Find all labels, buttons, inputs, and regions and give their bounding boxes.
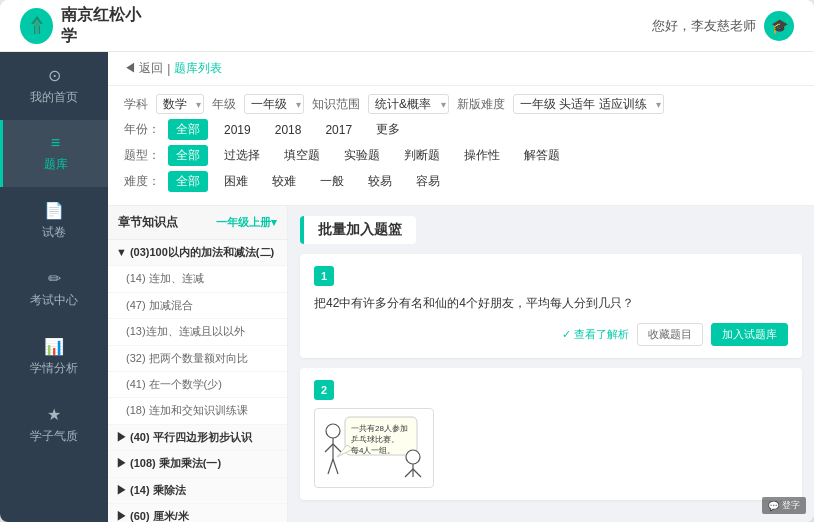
source-label: 题型： <box>124 147 160 164</box>
subject-select[interactable]: 数学 <box>156 94 204 114</box>
sidebar-item-papers[interactable]: 📄 试卷 <box>0 187 108 255</box>
svg-text:一共有28人参加: 一共有28人参加 <box>351 424 408 433</box>
sidebar-label-exam: 考试中心 <box>30 292 78 309</box>
diff-tag-5[interactable]: 容易 <box>408 171 448 192</box>
source-tag-all[interactable]: 全部 <box>168 145 208 166</box>
breadcrumb-sep: | <box>167 62 170 76</box>
subject-label: 学科 <box>124 96 148 113</box>
panel-title: 批量加入题篮 <box>300 216 416 244</box>
diff-tag-1[interactable]: 困难 <box>216 171 256 192</box>
expand-answer-btn[interactable]: ✓ 查看了解析 <box>562 327 629 342</box>
question-card-1: 1 把42中有许多分有名和仙的4个好朋友，平均每人分到几只？ ✓ 查看了解析 收… <box>300 254 802 358</box>
wechat-badge: 💬 登字 <box>762 497 806 514</box>
question-actions-1: ✓ 查看了解析 收藏题目 加入试题库 <box>314 323 788 346</box>
svg-line-16 <box>413 469 421 477</box>
sidebar-label-home: 我的首页 <box>30 89 78 106</box>
main-layout: ⊙ 我的首页 ≡ 题库 📄 试卷 ✏ 考试中心 📊 学情分析 ★ 学子气质 <box>0 52 814 522</box>
year-tag-2017[interactable]: 2017 <box>317 121 360 139</box>
svg-point-2 <box>326 424 340 438</box>
source-tag-1[interactable]: 过选择 <box>216 145 268 166</box>
year-tag-more[interactable]: 更多 <box>368 119 408 140</box>
left-panel: 章节知识点 一年级上册▾ ▼ (03)100以内的加法和减法(二) (14) 连… <box>108 206 288 522</box>
wechat-label: 登字 <box>782 499 800 512</box>
source-tag-2[interactable]: 填空题 <box>276 145 328 166</box>
collect-btn[interactable]: 收藏题目 <box>637 323 703 346</box>
sidebar-label-papers: 试卷 <box>42 224 66 241</box>
sidebar-label-analysis: 学情分析 <box>30 360 78 377</box>
greeting-text: 您好，李友慈老师 <box>652 17 756 35</box>
papers-icon: 📄 <box>44 201 64 220</box>
sidebar-item-exam[interactable]: ✏ 考试中心 <box>0 255 108 323</box>
sketch-image: 一共有28人参加 乒乓球比赛。 每4人一组。 <box>314 408 434 488</box>
svg-line-6 <box>328 459 333 474</box>
breadcrumb-current: 题库列表 <box>174 60 222 77</box>
logo-icon <box>20 8 53 44</box>
svg-line-15 <box>405 469 413 477</box>
question-card-2: 2 <box>300 368 802 500</box>
tree-item-child-3[interactable]: (13)连加、连减且以以外 <box>108 319 287 345</box>
year-tag-all[interactable]: 全部 <box>168 119 208 140</box>
question-number-1: 1 <box>314 266 334 286</box>
sidebar-item-questions[interactable]: ≡ 题库 <box>0 120 108 187</box>
grade-select[interactable]: 一年级 <box>244 94 304 114</box>
sidebar: ⊙ 我的首页 ≡ 题库 📄 试卷 ✏ 考试中心 📊 学情分析 ★ 学子气质 <box>0 52 108 522</box>
range-select[interactable]: 统计&概率 <box>368 94 449 114</box>
edition-select[interactable]: 一年级 头适年 适应训练 <box>513 94 664 114</box>
diff-tag-2[interactable]: 较难 <box>264 171 304 192</box>
add-to-basket-btn[interactable]: 加入试题库 <box>711 323 788 346</box>
right-panel: 批量加入题篮 1 把42中有许多分有名和仙的4个好朋友，平均每人分到几只？ ✓ … <box>288 206 814 522</box>
source-tag-4[interactable]: 判断题 <box>396 145 448 166</box>
body-split: 章节知识点 一年级上册▾ ▼ (03)100以内的加法和减法(二) (14) 连… <box>108 206 814 522</box>
source-tag-5[interactable]: 操作性 <box>456 145 508 166</box>
range-select-wrapper: 统计&概率 <box>368 94 449 114</box>
tree-item-parent-2[interactable]: ▶ (40) 平行四边形初步认识 <box>108 425 287 451</box>
tree-item-child-1[interactable]: (14) 连加、连减 <box>108 266 287 292</box>
tree-item-child-2[interactable]: (47) 加减混合 <box>108 293 287 319</box>
tree-item-child-5[interactable]: (41) 在一个数学(少) <box>108 372 287 398</box>
top-bar-right: 您好，李友慈老师 🎓 <box>652 11 794 41</box>
tree-item-child-6[interactable]: (18) 连加和交知识训练课 <box>108 398 287 424</box>
filter-row-4: 难度： 全部 困难 较难 一般 较易 容易 <box>124 171 798 192</box>
edition-select-wrapper: 一年级 头适年 适应训练 <box>513 94 664 114</box>
grade-filter-small[interactable]: 一年级上册▾ <box>216 215 277 230</box>
sidebar-item-analysis[interactable]: 📊 学情分析 <box>0 323 108 391</box>
breadcrumb-back[interactable]: ◀ 返回 <box>124 60 163 77</box>
diff-tag-4[interactable]: 较易 <box>360 171 400 192</box>
filter-row-3: 题型： 全部 过选择 填空题 实验题 判断题 操作性 解答题 <box>124 145 798 166</box>
source-tag-3[interactable]: 实验题 <box>336 145 388 166</box>
logo-area: 南京红松小学 <box>20 5 150 47</box>
diff-tag-all[interactable]: 全部 <box>168 171 208 192</box>
app-container: 南京红松小学 您好，李友慈老师 🎓 ⊙ 我的首页 ≡ 题库 📄 试卷 ✏ 考 <box>0 0 814 522</box>
year-tag-2019[interactable]: 2019 <box>216 121 259 139</box>
tree-item-child-4[interactable]: (32) 把两个数量额对向比 <box>108 346 287 372</box>
tree-item-parent-5[interactable]: ▶ (60) 厘米/米 <box>108 504 287 522</box>
sidebar-label-student: 学子气质 <box>30 428 78 445</box>
filter-row-2: 年份： 全部 2019 2018 2017 更多 <box>124 119 798 140</box>
sidebar-item-student[interactable]: ★ 学子气质 <box>0 391 108 459</box>
content-area: ◀ 返回 | 题库列表 学科 数学 年级 一年级 <box>108 52 814 522</box>
right-panel-header: 批量加入题篮 <box>300 216 802 244</box>
tree-item-parent-1[interactable]: ▼ (03)100以内的加法和减法(二) <box>108 240 287 266</box>
left-panel-title: 章节知识点 <box>118 214 178 231</box>
range-label: 知识范围 <box>312 96 360 113</box>
exam-icon: ✏ <box>48 269 61 288</box>
question-image-area: 一共有28人参加 乒乓球比赛。 每4人一组。 <box>314 408 788 488</box>
edition-label: 新版难度 <box>457 96 505 113</box>
svg-text:乒乓球比赛。: 乒乓球比赛。 <box>351 435 399 444</box>
left-panel-header: 章节知识点 一年级上册▾ <box>108 206 287 240</box>
home-icon: ⊙ <box>48 66 61 85</box>
grade-select-wrapper: 一年级 <box>244 94 304 114</box>
sidebar-item-home[interactable]: ⊙ 我的首页 <box>0 52 108 120</box>
wechat-icon: 💬 <box>768 501 779 511</box>
question-text-1: 把42中有许多分有名和仙的4个好朋友，平均每人分到几只？ <box>314 294 788 313</box>
year-tag-2018[interactable]: 2018 <box>267 121 310 139</box>
diff-tag-3[interactable]: 一般 <box>312 171 352 192</box>
source-tag-6[interactable]: 解答题 <box>516 145 568 166</box>
questions-icon: ≡ <box>51 134 60 152</box>
svg-line-7 <box>333 459 338 474</box>
tree-item-parent-4[interactable]: ▶ (14) 乘除法 <box>108 478 287 504</box>
filter-area: 学科 数学 年级 一年级 知识范围 <box>108 86 814 206</box>
filter-row-1: 学科 数学 年级 一年级 知识范围 <box>124 94 798 114</box>
tree-item-parent-3[interactable]: ▶ (108) 乘加乘法(一) <box>108 451 287 477</box>
year-label: 年份： <box>124 121 160 138</box>
